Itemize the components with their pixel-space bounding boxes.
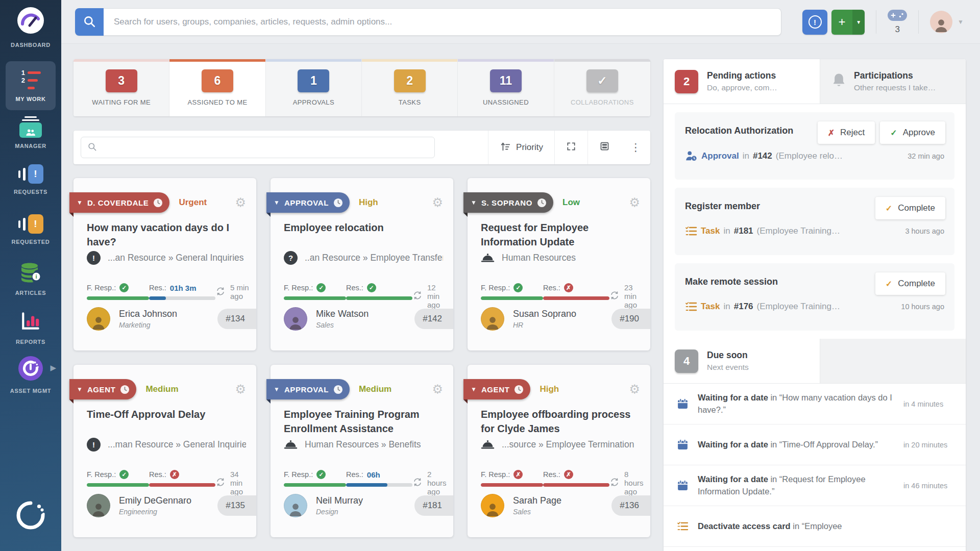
chevron-down-icon: ▼	[274, 386, 280, 393]
tab-participations[interactable]: Participations Other requests I take…	[820, 59, 966, 104]
assignee-ribbon[interactable]: ▼ APPROVAL	[266, 192, 350, 213]
expand-view-button[interactable]	[554, 131, 587, 164]
tab-count-badge: 11	[490, 69, 522, 92]
alert-button[interactable]: !	[802, 10, 827, 35]
global-search	[75, 8, 781, 36]
gear-icon[interactable]: ⚙	[629, 196, 640, 209]
action-type[interactable]: Approval	[701, 151, 739, 161]
pending-action-card[interactable]: Register member ✓ Complete Task in #181 …	[675, 188, 954, 255]
due-event-row[interactable]: Waiting for a date in “Request for Emplo…	[664, 465, 966, 506]
tab-label: APPROVALS	[293, 98, 334, 106]
resolution-metric: Res.: 01h 3m	[149, 283, 215, 300]
tab-approvals[interactable]: 1 APPROVALS	[266, 59, 362, 116]
sidebar-item-requests[interactable]: ! REQUESTS	[0, 164, 61, 196]
pending-action-card[interactable]: Relocation Authorization ✗ Reject ✓ Appr…	[675, 112, 954, 180]
ticket-card[interactable]: ▼ APPROVAL High ⚙ Employee relocation ? …	[271, 178, 453, 350]
gear-icon[interactable]: ⚙	[235, 196, 246, 209]
more-options-button[interactable]: ⋮	[621, 131, 650, 164]
refresh-icon[interactable]	[412, 290, 423, 302]
search-button[interactable]	[75, 8, 104, 36]
filter-search[interactable]	[81, 137, 435, 158]
action-type[interactable]: Task	[701, 226, 720, 236]
sidebar-item-asset-mgmt[interactable]: ▶ ASSET MGMT	[0, 356, 61, 395]
sidebar-item-requested[interactable]: ! REQUESTED	[0, 214, 61, 246]
chevron-down-icon: ▼	[471, 386, 477, 393]
tab-pending-actions[interactable]: 2 Pending actions Do, approve, com…	[664, 59, 820, 104]
status-badge: ✗	[513, 470, 523, 479]
sidebar-item-manager[interactable]: MANAGER	[0, 116, 61, 151]
gear-icon[interactable]: ⚙	[432, 383, 443, 395]
ticket-card[interactable]: ▼ AGENT High ⚙ Employee offboarding proc…	[468, 365, 650, 537]
gear-icon[interactable]: ⚙	[629, 383, 640, 395]
assignee-name: Mike Watson	[316, 309, 369, 319]
sidebar-item-reports[interactable]: REPORTS	[0, 310, 61, 346]
ticket-id[interactable]: #142	[753, 151, 772, 161]
divider	[876, 10, 876, 34]
create-new-button[interactable]: + ▼	[831, 10, 865, 35]
sidebar-item-my-work[interactable]: 1 2 MY WORK	[6, 61, 56, 110]
sidebar-item-dashboard[interactable]: DASHBOARD	[0, 6, 61, 49]
reject-button[interactable]: ✗ Reject	[818, 121, 875, 144]
ticket-id[interactable]: #176	[734, 302, 753, 312]
ticket-id[interactable]: #181	[734, 226, 753, 236]
filter-search-input[interactable]	[102, 143, 428, 152]
refresh-icon[interactable]	[412, 477, 423, 489]
ticket-card[interactable]: ▼ D. COVERDALE Urgent ⚙ How many vacatio…	[74, 178, 256, 350]
due-event-row[interactable]: Deactivate access card in “Employee	[664, 506, 966, 547]
usage-counter[interactable]: 3	[888, 10, 907, 35]
due-event-row[interactable]: Waiting for a date in “Time-Off Approval…	[664, 424, 966, 465]
chevron-down-icon: ▼	[852, 10, 865, 35]
complete-button[interactable]: ✓ Complete	[875, 272, 945, 295]
assignee-ribbon[interactable]: ▼ D. COVERDALE	[69, 192, 169, 213]
ticket-card[interactable]: ▼ AGENT Medium ⚙ Time-Off Approval Delay…	[74, 365, 256, 537]
ticket-type-icon: !	[87, 251, 101, 265]
ribbon-fold	[463, 213, 468, 217]
assignee-name: Erica Johnson	[119, 309, 177, 319]
tab-unassigned[interactable]: 11 UNASSIGNED	[458, 59, 554, 116]
assignee-role: Design	[316, 508, 363, 516]
due-event-row[interactable]: Waiting for a date in “How many vacation…	[664, 384, 966, 424]
divider	[918, 10, 919, 34]
complete-button[interactable]: ✓ Complete	[875, 197, 945, 219]
action-type[interactable]: Task	[701, 302, 720, 312]
refresh-icon[interactable]	[609, 477, 620, 489]
board-view-icon	[599, 141, 610, 154]
activity-panel: 2 Pending actions Do, approve, com… Part…	[664, 59, 966, 551]
user-menu[interactable]: ▼	[930, 11, 964, 33]
ribbon-fold	[463, 399, 468, 404]
tab-waiting-for-me[interactable]: 3 WAITING FOR ME	[74, 59, 169, 116]
tab-accent	[266, 59, 361, 62]
assignee-ribbon[interactable]: ▼ S. SOPRANO	[463, 192, 553, 213]
ticket-card[interactable]: ▼ S. SOPRANO Low ⚙ Request for Employee …	[468, 178, 650, 350]
pending-action-card[interactable]: Make remote session ✓ Complete Task in #…	[675, 263, 954, 331]
refresh-icon[interactable]	[609, 290, 620, 302]
assignee-ribbon[interactable]: ▼ APPROVAL	[266, 379, 350, 399]
plus-icon: +	[831, 10, 852, 35]
assignee-name: Susan Soprano	[513, 309, 576, 319]
category-breadcrumb: ...an Resource » General Inquiries	[108, 253, 244, 263]
assignee-ribbon[interactable]: ▼ AGENT	[69, 379, 136, 399]
refresh-icon[interactable]	[215, 477, 226, 489]
bell-icon	[831, 72, 846, 90]
tab-assigned-to-me[interactable]: 6 ASSIGNED TO ME	[169, 59, 265, 116]
tab-label: TASKS	[399, 98, 421, 106]
gear-icon[interactable]: ⚙	[432, 196, 443, 209]
sidebar-item-articles[interactable]: i ARTICLES	[0, 262, 61, 297]
assignee-ribbon[interactable]: ▼ AGENT	[463, 379, 530, 399]
chevron-right-icon[interactable]: ▶	[50, 363, 56, 372]
global-search-input[interactable]	[104, 8, 781, 36]
refresh-icon[interactable]	[215, 286, 226, 298]
gear-icon[interactable]: ⚙	[235, 383, 246, 395]
ticket-card[interactable]: ▼ APPROVAL Medium ⚙ Employee Training Pr…	[271, 365, 453, 537]
fullscreen-icon	[566, 141, 576, 154]
board-view-button[interactable]	[587, 131, 621, 164]
tab-label: ASSIGNED TO ME	[187, 98, 247, 106]
approve-button[interactable]: ✓ Approve	[880, 121, 945, 144]
tab-collaborations[interactable]: ✓ COLLABORATIONS	[554, 59, 650, 116]
due-soon-header[interactable]: 4 Due soon Next events	[664, 339, 820, 383]
tab-tasks[interactable]: 2 TASKS	[362, 59, 458, 116]
manager-icon	[19, 116, 42, 138]
sort-priority-button[interactable]: Priority	[488, 131, 554, 164]
assignee-role: HR	[513, 321, 576, 329]
chevron-down-icon: ▼	[77, 386, 83, 393]
